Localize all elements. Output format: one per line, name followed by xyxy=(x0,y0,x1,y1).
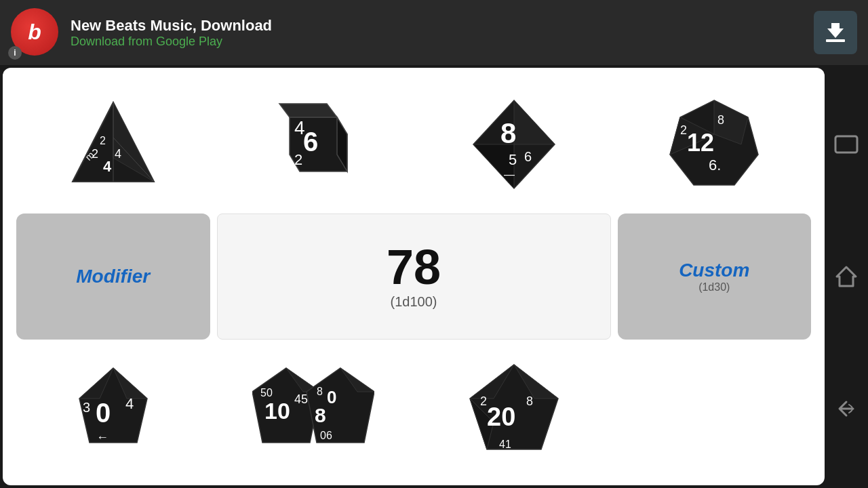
d12-die: 12 2 8 6. xyxy=(667,97,762,192)
svg-text:50: 50 xyxy=(260,387,273,399)
custom-button[interactable]: Custom (1d30) xyxy=(618,214,812,339)
d8-die: 8 5 6 — xyxy=(467,97,561,192)
svg-rect-0 xyxy=(826,39,845,42)
svg-text:12: 12 xyxy=(687,129,714,157)
result-display: 78 (1d100) xyxy=(217,214,611,339)
main-content: 4 2 4 2 m 6 4 2 xyxy=(0,65,868,488)
d6-die: 6 4 2 xyxy=(266,97,361,192)
svg-text:41: 41 xyxy=(499,439,511,450)
svg-text:06: 06 xyxy=(320,430,332,441)
svg-text:8: 8 xyxy=(500,117,516,149)
download-icon xyxy=(823,20,848,45)
svg-marker-19 xyxy=(473,144,514,188)
d12-cell[interactable]: 12 2 8 6. xyxy=(618,81,812,207)
d4-cell[interactable]: 4 2 4 2 m xyxy=(16,81,210,207)
nav-bar xyxy=(825,65,868,488)
svg-text:—: — xyxy=(504,169,515,180)
svg-text:20: 20 xyxy=(487,403,515,431)
ad-banner[interactable]: b i New Beats Music, Download Download f… xyxy=(0,0,868,65)
modifier-button[interactable]: Modifier xyxy=(16,214,210,339)
svg-text:8: 8 xyxy=(315,404,326,426)
svg-text:4: 4 xyxy=(294,117,305,138)
svg-text:3: 3 xyxy=(83,400,90,415)
svg-text:6: 6 xyxy=(524,149,532,164)
home-button[interactable] xyxy=(830,260,863,293)
svg-text:4: 4 xyxy=(103,158,112,175)
d20-cell[interactable]: 20 8 2 41 xyxy=(417,346,611,472)
custom-sublabel: (1d30) xyxy=(698,281,730,293)
recent-apps-button[interactable] xyxy=(830,128,863,161)
d100-cell[interactable]: 10 45 50 8 0 8 06 xyxy=(217,346,411,472)
svg-text:4: 4 xyxy=(125,395,134,412)
svg-text:10: 10 xyxy=(264,398,290,424)
d8-cell[interactable]: 8 5 6 — xyxy=(417,81,611,207)
svg-rect-57 xyxy=(835,136,857,152)
svg-text:6: 6 xyxy=(303,127,318,157)
ad-download-button[interactable] xyxy=(814,11,857,54)
back-icon xyxy=(834,396,859,421)
beats-letter: b xyxy=(28,20,41,45)
svg-text:2: 2 xyxy=(680,123,687,137)
ad-text-block: New Beats Music, Download Download from … xyxy=(60,17,814,49)
svg-text:0: 0 xyxy=(96,398,111,428)
d6-cell[interactable]: 6 4 2 xyxy=(217,81,411,207)
svg-text:←: ← xyxy=(96,430,108,444)
recent-apps-icon xyxy=(834,135,859,154)
custom-label: Custom xyxy=(679,260,749,281)
svg-text:4: 4 xyxy=(115,147,121,161)
svg-text:2: 2 xyxy=(100,135,106,146)
info-badge: i xyxy=(8,46,22,60)
app-area: 4 2 4 2 m 6 4 2 xyxy=(3,68,825,485)
svg-text:2: 2 xyxy=(294,151,302,168)
d4-die: 4 2 4 2 m xyxy=(66,97,161,192)
home-icon xyxy=(834,264,859,289)
result-label: (1d100) xyxy=(391,294,437,310)
result-value: 78 xyxy=(387,243,441,291)
svg-marker-18 xyxy=(514,100,555,144)
svg-text:45: 45 xyxy=(294,392,308,406)
svg-text:2: 2 xyxy=(480,394,487,408)
svg-text:6.: 6. xyxy=(709,157,721,174)
svg-marker-12 xyxy=(279,104,337,117)
d10-die: 0 4 3 ← xyxy=(66,361,161,456)
d10-cell[interactable]: 0 4 3 ← xyxy=(16,346,210,472)
svg-text:8: 8 xyxy=(717,113,724,127)
modifier-label: Modifier xyxy=(76,266,150,287)
back-button[interactable] xyxy=(830,392,863,425)
svg-text:0: 0 xyxy=(327,387,336,407)
d20-die: 20 8 2 41 xyxy=(467,361,561,456)
d100-die: 10 45 50 8 0 8 06 xyxy=(252,361,374,456)
ad-logo: b i xyxy=(11,8,60,57)
svg-text:5: 5 xyxy=(509,151,517,168)
svg-marker-58 xyxy=(837,267,856,286)
svg-text:8: 8 xyxy=(317,386,323,397)
ad-title: New Beats Music, Download xyxy=(71,17,803,35)
svg-marker-1 xyxy=(827,23,844,38)
ad-subtitle: Download from Google Play xyxy=(71,35,803,49)
svg-text:8: 8 xyxy=(526,394,533,408)
